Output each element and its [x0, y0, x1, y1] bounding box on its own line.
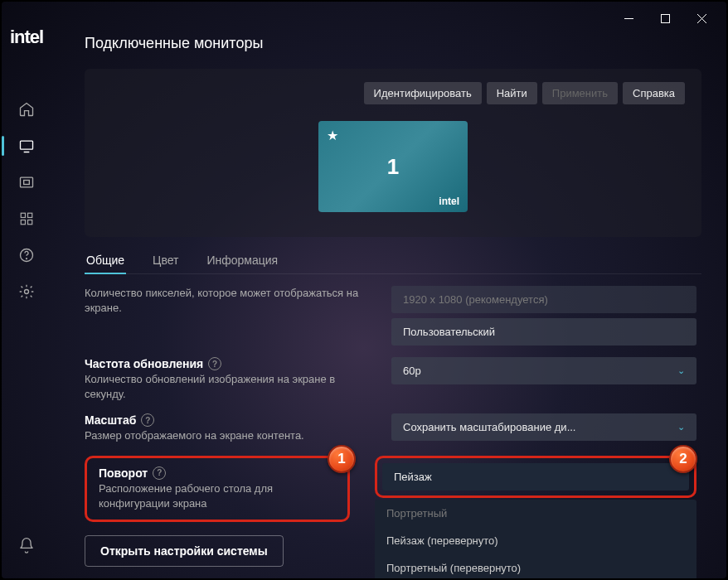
- settings-scroll[interactable]: Количество пикселей, которое может отобр…: [85, 286, 701, 578]
- resolution-option-custom[interactable]: Пользовательский: [391, 318, 696, 346]
- maximize-button[interactable]: [647, 6, 683, 31]
- setting-pixels: Количество пикселей, которое может отобр…: [85, 286, 696, 346]
- svg-rect-1: [661, 14, 669, 22]
- refresh-desc: Количество обновлений изображения на экр…: [85, 372, 366, 402]
- pixels-desc: Количество пикселей, которое может отобр…: [85, 286, 366, 316]
- identify-button[interactable]: Идентифицировать: [364, 82, 482, 104]
- find-button[interactable]: Найти: [487, 82, 537, 104]
- scale-select[interactable]: Сохранить масштабирование ди... ⌄: [391, 413, 696, 441]
- svg-rect-0: [624, 18, 633, 19]
- settings-list: Количество пикселей, которое может отобр…: [85, 286, 696, 578]
- star-icon: ★: [327, 128, 338, 143]
- rotation-highlight: 1 Поворот ? Расположение рабочего стола …: [85, 456, 350, 522]
- nav-help[interactable]: [10, 239, 43, 272]
- monitor-number: 1: [387, 154, 399, 180]
- rotation-select-highlight: 2 Пейзаж: [375, 456, 696, 498]
- rotation-help-icon[interactable]: ?: [153, 466, 166, 480]
- scale-title: Масштаб: [85, 413, 136, 427]
- video-icon: [18, 174, 35, 191]
- resolution-option-recommended[interactable]: 1920 x 1080 (рекомендуется): [391, 286, 696, 313]
- svg-rect-9: [28, 213, 32, 217]
- open-system-settings-button[interactable]: Открыть настройки системы: [85, 535, 284, 567]
- tab-bar: Общие Цвет Информация: [85, 247, 701, 274]
- sidebar: intel: [2, 18, 51, 578]
- rotation-option-landscape-flip[interactable]: Пейзаж (перевернуто): [375, 527, 696, 554]
- nav-apps[interactable]: [10, 202, 43, 235]
- nav-video[interactable]: [10, 166, 43, 199]
- app-window: intel Подключенные мониторы Идентифициро…: [2, 2, 726, 578]
- svg-rect-7: [24, 181, 30, 185]
- refresh-help-icon[interactable]: ?: [208, 357, 221, 370]
- svg-rect-10: [21, 220, 25, 225]
- rotation-title: Поворот: [99, 466, 148, 480]
- home-icon: [18, 101, 35, 118]
- annotation-badge-1: 1: [328, 445, 356, 473]
- annotation-badge-2: 2: [669, 445, 697, 473]
- nav-notifications[interactable]: [10, 529, 43, 562]
- rotation-desc: Расположение рабочего стола для конфигур…: [99, 481, 336, 511]
- rotation-option-portrait[interactable]: Портретный: [375, 500, 696, 527]
- svg-point-13: [27, 259, 27, 259]
- monitor-tile[interactable]: ★ 1 intel: [318, 121, 468, 212]
- nav-home[interactable]: [10, 93, 43, 126]
- svg-rect-6: [21, 177, 33, 187]
- svg-point-14: [25, 290, 29, 294]
- setting-refresh: Частота обновления ? Количество обновлен…: [85, 357, 696, 402]
- refresh-select[interactable]: 60p ⌄: [391, 357, 696, 384]
- rotation-dropdown: Портретный Пейзаж (перевернуто) Портретн…: [375, 500, 696, 578]
- minimize-button[interactable]: [610, 6, 647, 31]
- svg-rect-11: [28, 220, 32, 225]
- apply-button: Применить: [542, 82, 618, 104]
- bell-icon: [18, 537, 35, 553]
- svg-rect-4: [21, 141, 33, 149]
- close-button[interactable]: [683, 6, 720, 31]
- scale-help-icon[interactable]: ?: [141, 413, 154, 427]
- tab-color[interactable]: Цвет: [151, 247, 180, 273]
- help-button[interactable]: Справка: [623, 82, 685, 104]
- display-icon: [18, 138, 35, 154]
- nav-settings[interactable]: [10, 275, 43, 308]
- scale-value: Сохранить масштабирование ди...: [403, 421, 575, 433]
- rotation-selected: Пейзаж: [394, 471, 432, 483]
- grid-icon: [19, 211, 34, 226]
- page-title: Подключенные мониторы: [85, 35, 701, 52]
- tab-general[interactable]: Общие: [85, 247, 126, 273]
- monitors-panel: Идентифицировать Найти Применить Справка…: [85, 69, 701, 237]
- scale-desc: Размер отображаемого на экране контента.: [85, 428, 366, 443]
- monitor-brand: intel: [439, 196, 459, 207]
- gear-icon: [18, 283, 35, 300]
- setting-rotation: 1 Поворот ? Расположение рабочего стола …: [85, 456, 696, 578]
- titlebar: [2, 2, 726, 35]
- panel-toolbar: Идентифицировать Найти Применить Справка: [101, 82, 685, 104]
- chevron-down-icon: ⌄: [677, 422, 685, 433]
- brand-logo: intel: [10, 27, 43, 48]
- nav-display[interactable]: [10, 129, 43, 162]
- rotation-select[interactable]: Пейзаж: [382, 463, 689, 491]
- main-content: Подключенные мониторы Идентифицировать Н…: [51, 35, 726, 578]
- help-icon: [18, 247, 35, 263]
- chevron-down-icon: ⌄: [677, 365, 685, 376]
- refresh-value: 60p: [403, 365, 421, 377]
- rotation-option-portrait-flip[interactable]: Портретный (перевернуто): [375, 554, 696, 578]
- refresh-title: Частота обновления: [85, 357, 203, 370]
- svg-rect-8: [21, 213, 25, 217]
- tab-info[interactable]: Информация: [205, 247, 279, 273]
- setting-scale: Масштаб ? Размер отображаемого на экране…: [85, 413, 696, 443]
